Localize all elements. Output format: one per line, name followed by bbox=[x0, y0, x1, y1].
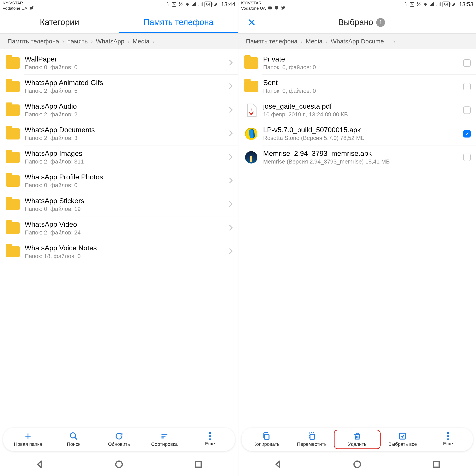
sort-button[interactable]: Сортировка bbox=[142, 430, 187, 448]
bc-item[interactable]: память bbox=[64, 38, 91, 45]
item-name: WhatsApp Images bbox=[25, 149, 226, 158]
file-row[interactable]: Memrise_2.94_3793_memrise.apk Memrise (В… bbox=[238, 145, 476, 169]
refresh-button[interactable]: Обновить bbox=[96, 430, 142, 448]
bc-item[interactable]: WhatsApp Docume… bbox=[328, 38, 393, 45]
folder-row[interactable]: WhatsApp Video Папок: 2, файлов: 24 bbox=[0, 216, 238, 240]
checkbox[interactable] bbox=[463, 59, 471, 67]
carrier-2: Vodafone UA bbox=[3, 6, 27, 11]
folder-row[interactable]: WhatsApp Stickers Папок: 0, файлов: 19 bbox=[0, 193, 238, 216]
recents-icon[interactable] bbox=[193, 459, 203, 470]
folder-row[interactable]: WhatsApp Profile Photos Папок: 0, файлов… bbox=[0, 169, 238, 193]
more-button[interactable]: Еще bbox=[425, 431, 471, 448]
checkbox[interactable] bbox=[463, 130, 471, 137]
checkbox[interactable] bbox=[463, 106, 471, 114]
new-folder-button[interactable]: Новая папка bbox=[5, 430, 51, 448]
bc-item[interactable]: Память телефона bbox=[4, 38, 62, 45]
delete-button[interactable]: Удалить bbox=[335, 430, 380, 448]
item-name: WallPaper bbox=[25, 55, 226, 64]
carrier-1: KYIVSTAR bbox=[241, 1, 262, 5]
home-icon[interactable] bbox=[114, 459, 124, 470]
chevron-right-icon: › bbox=[326, 38, 328, 45]
breadcrumb[interactable]: Память телефона › Media › WhatsApp Docum… bbox=[238, 34, 476, 49]
item-subtitle: Папок: 0, файлов: 19 bbox=[25, 205, 226, 213]
checkbox[interactable] bbox=[463, 83, 471, 90]
folder-row[interactable]: WhatsApp Animated Gifs Папок: 2, файлов:… bbox=[0, 75, 238, 98]
chevron-right-icon: › bbox=[393, 38, 395, 45]
close-icon[interactable]: ✕ bbox=[247, 16, 256, 29]
item-subtitle: Папок: 2, файлов: 5 bbox=[25, 87, 226, 95]
twitter-icon bbox=[281, 5, 286, 12]
folder-icon bbox=[5, 103, 20, 118]
svg-rect-9 bbox=[265, 434, 269, 440]
file-row[interactable]: Sent Папок: 0, файлов: 0 bbox=[238, 75, 476, 98]
folder-icon bbox=[5, 173, 20, 188]
item-name: WhatsApp Stickers bbox=[25, 196, 226, 205]
back-icon[interactable] bbox=[35, 459, 45, 470]
search-button[interactable]: Поиск bbox=[51, 430, 96, 448]
file-row[interactable]: jose_gaite_cuesta.pdf 10 февр. 2019 г., … bbox=[238, 98, 476, 122]
clock-time: 13:53 bbox=[459, 1, 473, 8]
item-name: WhatsApp Animated Gifs bbox=[25, 78, 226, 87]
nfc-icon bbox=[171, 2, 177, 7]
svg-point-12 bbox=[354, 461, 360, 467]
item-subtitle: Папок: 0, файлов: 0 bbox=[25, 181, 226, 189]
wifi-icon bbox=[185, 2, 190, 7]
clock-time: 13:44 bbox=[221, 1, 235, 8]
item-name: Sent bbox=[263, 78, 460, 87]
carrier-1: KYIVSTAR bbox=[3, 1, 23, 5]
leaf-icon bbox=[213, 2, 218, 7]
screen-left: KYIVSTAR Vodafone UA 64 13:44 bbox=[0, 0, 238, 476]
item-name: LP-v5.7.0_build_50700015.apk bbox=[263, 125, 460, 134]
folder-row[interactable]: WhatsApp Audio Папок: 2, файлов: 2 bbox=[0, 98, 238, 122]
item-subtitle: Memrise (Версия 2.94_3793_memrise) 18,41… bbox=[263, 158, 460, 166]
headphone-icon bbox=[165, 2, 170, 7]
recents-icon[interactable] bbox=[431, 459, 441, 470]
signal-icon bbox=[429, 2, 435, 7]
home-icon[interactable] bbox=[352, 459, 362, 470]
bottom-toolbar: Новая папка Поиск Обновить Сортировка Ещ… bbox=[3, 428, 235, 451]
file-row[interactable]: Private Папок: 0, файлов: 0 bbox=[238, 51, 476, 75]
move-button[interactable]: Переместить bbox=[289, 430, 335, 448]
folder-row[interactable]: WallPaper Папок: 0, файлов: 0 bbox=[0, 51, 238, 75]
item-subtitle: Папок: 2, файлов: 2 bbox=[25, 111, 226, 118]
folder-row[interactable]: WhatsApp Images Папок: 2, файлов: 311 bbox=[0, 145, 238, 169]
status-bar: KYIVSTAR Vodafone UA 64 13:44 bbox=[0, 0, 238, 12]
battery-icon: 64 bbox=[442, 1, 450, 7]
carrier-2: Vodafone UA bbox=[241, 6, 266, 11]
copy-button[interactable]: Копировать bbox=[244, 430, 289, 448]
file-row[interactable]: LP-v5.7.0_build_50700015.apk Rosetta Sto… bbox=[238, 122, 476, 145]
tab-bar: Категории Память телефона bbox=[0, 12, 238, 34]
messenger-icon bbox=[274, 5, 279, 12]
rosetta-icon bbox=[245, 128, 257, 140]
wifi-icon bbox=[423, 2, 428, 7]
chevron-right-icon: › bbox=[91, 38, 93, 45]
tab-phone-storage[interactable]: Память телефона bbox=[119, 12, 238, 33]
item-subtitle: Папок: 2, файлов: 3 bbox=[25, 134, 226, 142]
headphone-icon bbox=[403, 2, 408, 7]
bc-item[interactable]: Media bbox=[130, 38, 153, 45]
back-icon[interactable] bbox=[273, 459, 283, 470]
tab-categories[interactable]: Категории bbox=[0, 12, 119, 33]
item-name: Private bbox=[263, 55, 460, 64]
folder-icon bbox=[5, 244, 20, 259]
svg-rect-5 bbox=[268, 6, 272, 9]
folder-row[interactable]: WhatsApp Voice Notes Папок: 18, файлов: … bbox=[0, 240, 238, 264]
breadcrumb[interactable]: Память телефона › память › WhatsApp › Me… bbox=[0, 34, 238, 49]
memrise-icon bbox=[245, 151, 257, 164]
item-subtitle: 10 февр. 2019 г., 13:24 89,00 КБ bbox=[263, 111, 460, 118]
select-all-button[interactable]: Выбрать все bbox=[380, 430, 425, 448]
svg-point-2 bbox=[70, 433, 75, 438]
folder-row[interactable]: WhatsApp Documents Папок: 2, файлов: 3 bbox=[0, 122, 238, 145]
file-list[interactable]: Private Папок: 0, файлов: 0 Sent Папок: … bbox=[238, 49, 476, 426]
folder-icon bbox=[5, 126, 20, 141]
file-list[interactable]: WallPaper Папок: 0, файлов: 0 WhatsApp A… bbox=[0, 49, 238, 426]
bc-item[interactable]: Память телефона bbox=[243, 38, 301, 45]
item-name: jose_gaite_cuesta.pdf bbox=[263, 102, 460, 111]
chevron-right-icon bbox=[229, 153, 233, 161]
item-name: Memrise_2.94_3793_memrise.apk bbox=[263, 149, 460, 158]
bc-item[interactable]: Media bbox=[303, 38, 325, 45]
checkbox[interactable] bbox=[463, 153, 471, 161]
bc-item[interactable]: WhatsApp bbox=[93, 38, 127, 45]
more-button[interactable]: Еще bbox=[187, 431, 233, 448]
selection-count-badge: 1 bbox=[376, 18, 385, 27]
